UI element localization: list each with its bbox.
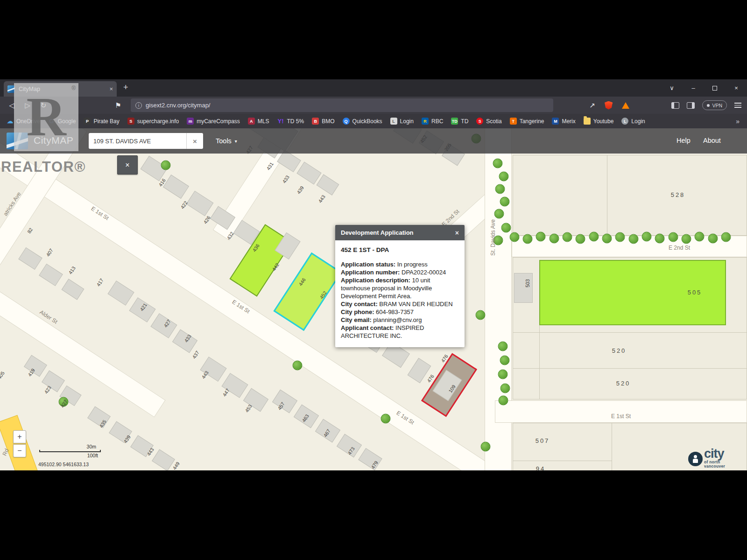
tree-icon (495, 184, 505, 194)
reader-panel-icon[interactable] (687, 102, 695, 109)
url-bar[interactable]: i (131, 98, 553, 112)
tab-bar: CityMap × + ∨ – × (0, 79, 747, 97)
window-minimize-button[interactable]: – (683, 79, 704, 97)
lot-number-label: 520 (616, 380, 631, 387)
tree-icon (493, 159, 503, 168)
lot-number-label: 413 (67, 265, 77, 275)
vpn-dot-icon (707, 104, 710, 107)
bookmark-item[interactable]: Y!TD 5% (277, 118, 304, 125)
realtor-watermark-logo: R ® (14, 83, 78, 151)
sidebar-toggle-icon[interactable] (671, 102, 679, 109)
lot-number-label: 426 (202, 215, 211, 224)
bookmark-item[interactable]: mmyCareCompass (187, 118, 240, 125)
popup-title: Development Application (341, 229, 414, 236)
lot-line (607, 155, 607, 236)
bookmark-label: Pirate Bay (93, 118, 119, 125)
vpn-badge[interactable]: VPN (702, 100, 727, 110)
bookmarks-bar: ☁OneDriveGGooglePPirate BaySsupercharge.… (0, 114, 747, 128)
tab-list-chevron-icon[interactable]: ∨ (661, 79, 683, 97)
lot-number-label: 443 (317, 194, 326, 203)
bookmark-favicon: L (390, 118, 397, 125)
zoom-out-button[interactable]: − (13, 444, 26, 457)
tree-icon (708, 234, 718, 244)
popup-body-lines: Application status: In progressApplicati… (341, 260, 459, 340)
bookmark-favicon: TD (451, 118, 458, 125)
tools-menu[interactable]: Tools▾ (216, 133, 237, 149)
popup-close-icon[interactable]: × (455, 229, 459, 237)
bookmark-label: BMO (322, 118, 334, 125)
parcel-452-selection[interactable] (273, 252, 342, 331)
brave-shield-icon[interactable]: 2 (605, 101, 613, 110)
tree-icon (655, 234, 665, 244)
bookmark-item[interactable]: QQuickBooks (343, 118, 382, 125)
lot-number-label: 417 (95, 277, 105, 287)
tree-icon (682, 234, 691, 244)
bookmark-item[interactable]: MMerix (552, 118, 575, 125)
bookmarks-overflow-icon[interactable]: » (736, 118, 740, 125)
tree-icon (499, 172, 509, 182)
bookmark-item[interactable]: PPirate Bay (84, 118, 119, 125)
popup-field: City contact: BRAM VAN DER HEIJDEN (341, 300, 459, 308)
map-canvas[interactable]: × Development Application × 452 E 1ST - … (0, 128, 747, 470)
tree-icon (500, 356, 510, 365)
popup-field: Application number: DPA2022-00024 (341, 268, 459, 276)
window-maximize-button[interactable] (704, 79, 726, 97)
menu-hamburger-icon[interactable] (734, 101, 741, 109)
zoom-in-button[interactable]: + (13, 430, 26, 443)
share-icon[interactable]: ↗ (589, 101, 595, 110)
bookmark-item[interactable]: BBMO (312, 118, 334, 125)
lot-number-label: 507 (536, 437, 550, 444)
search-clear-icon[interactable]: × (186, 133, 203, 149)
bookmark-favicon: T (510, 118, 517, 125)
bookmark-item[interactable]: LLogin (621, 118, 645, 125)
lot-line (513, 461, 612, 461)
cursor-coordinates: 495102.90 5461633.13 (38, 462, 89, 467)
new-tab-button[interactable]: + (123, 83, 128, 92)
site-info-icon[interactable]: i (135, 102, 142, 109)
clear-selection-button[interactable]: × (117, 155, 138, 175)
about-link[interactable]: About (703, 137, 721, 144)
bookmark-label: TD (461, 118, 468, 125)
lot-number-label: 447 (221, 387, 231, 397)
lot-number-label: 407 (45, 247, 54, 257)
building-footprint (296, 161, 321, 184)
popup-body: 452 E 1ST - DPA Application status: In p… (335, 240, 465, 347)
search-input[interactable] (89, 138, 186, 145)
window-close-button[interactable]: × (726, 79, 747, 97)
bookmark-item[interactable]: TTangerine (510, 118, 544, 125)
bookmark-favicon: S (476, 118, 483, 125)
bookmark-label: RBC (431, 118, 443, 125)
lot-number-label: 439 (296, 185, 305, 195)
popup-header: Development Application × (335, 225, 465, 240)
lot-line (612, 423, 612, 470)
bookmark-favicon (584, 118, 591, 125)
tree-icon (589, 232, 599, 242)
tree-icon (615, 232, 625, 242)
bookmark-favicon: m (187, 118, 194, 125)
bookmark-item[interactable]: Ssupercharge.info (127, 118, 179, 125)
bookmark-item[interactable]: AMLS (248, 118, 269, 125)
accessibility-icon[interactable] (688, 452, 703, 466)
url-input[interactable] (146, 102, 529, 109)
bookmark-favicon: L (621, 118, 628, 125)
zoom-controls: + − (13, 430, 26, 457)
tree-icon (510, 232, 520, 242)
help-link[interactable]: Help (677, 137, 691, 144)
alert-triangle-icon[interactable] (622, 102, 629, 109)
bookmark-item[interactable]: Youtube (584, 118, 614, 125)
scale-metric: 30m (39, 444, 101, 449)
search-box: × (89, 133, 203, 149)
city-of-north-vancouver-logo: city of north vancouver (704, 447, 725, 469)
bookmark-item[interactable]: TDTD (451, 118, 468, 125)
lot-number-label: 94 (536, 465, 545, 471)
lot-number-label: 437 (191, 350, 200, 359)
tree-icon (563, 232, 572, 242)
tab-close-icon[interactable]: × (109, 85, 113, 92)
bookmark-item[interactable]: LLogin (390, 118, 414, 125)
realtor-watermark-text: REALTOR® (1, 159, 86, 175)
tree-icon (498, 370, 508, 379)
bookmark-item[interactable]: RRBC (422, 118, 443, 125)
bookmark-flag-icon[interactable]: ⚑ (110, 97, 126, 114)
tree-icon (494, 209, 504, 219)
bookmark-item[interactable]: SScotia (476, 118, 501, 125)
